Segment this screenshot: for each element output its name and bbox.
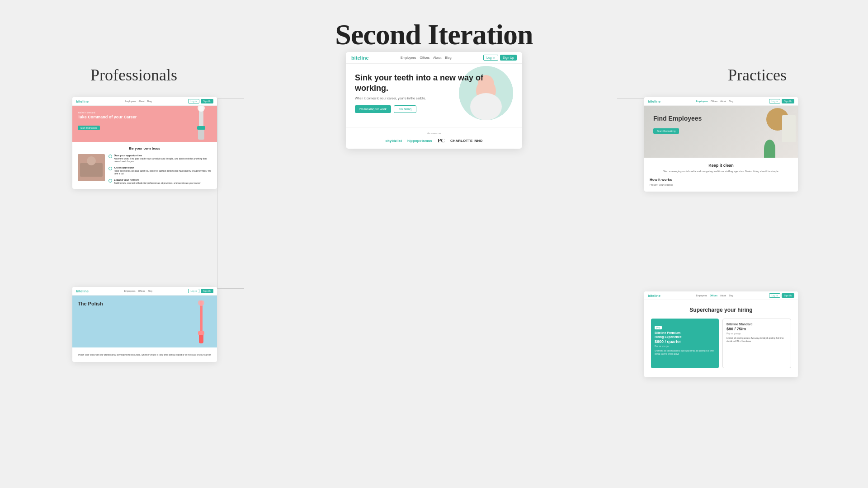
rt-nav-blog[interactable]: Blog [729,100,733,103]
left-top-logo: biteline [76,99,89,103]
center-logo: biteline [351,55,369,61]
pricing-plan1-features: Unlimited job posting access Two-way den… [655,349,715,356]
left-top-section-title: Be your own boss [78,146,212,150]
svg-rect-13 [198,331,204,335]
as-seen-section: As seen on citybizlist hippopotamus PC C… [346,127,522,149]
left-top-feature-list: Own your opportunities Know the work. Fi… [108,154,212,184]
right-how-title: How it works [650,178,793,182]
right-top-nav: biteline Employees Offices About Blog Lo… [644,97,798,106]
left-bottom-nav-links: Employees Offices Blog [124,290,152,292]
right-top-cta-button[interactable]: Start Recruiting [653,128,679,134]
right-bottom-nav: biteline Employees Offices About Blog Lo… [644,291,798,300]
logo-charlotte-inno: CHARLOTTE INNO [450,139,483,143]
plant-decor [764,140,775,158]
right-bottom-nav-links: Employees Offices About Blog [696,294,733,297]
practices-label: Practices [728,66,787,84]
feature-image-inner [78,154,105,181]
right-bottom-logo: biteline [648,294,660,298]
feature-text-2: Know your worth Price the money, get pai… [114,166,212,175]
rb-nav-offices[interactable]: Offices [710,294,717,297]
lt-login-button[interactable]: Log in [188,99,200,103]
pricing-plan1-price: $600 / quarter [655,339,715,344]
rb-nav-about[interactable]: About [720,294,726,297]
lt-nav-about[interactable]: About [139,100,145,103]
right-bottom-card: biteline Employees Offices About Blog Lo… [644,291,798,377]
svg-point-10 [87,156,96,165]
lb-nav-employees[interactable]: Employees [124,290,136,292]
looking-for-work-button[interactable]: I'm looking for work [355,105,391,113]
svg-point-14 [198,300,204,306]
left-top-cta-button[interactable]: Start finding jobs [78,126,100,130]
rt-signup-button[interactable]: Sign Up [782,99,794,103]
connector-bottom-left [217,288,244,289]
feature-item-3: Expand your network Build bonds, connect… [108,178,212,184]
right-bottom-heading: Supercharge your hiring [651,307,791,313]
lt-nav-employees[interactable]: Employees [125,100,136,103]
pricing-card-standard: Biteline Standard $80 / 75/m Pay as you … [722,319,791,368]
feature-item-1: Own your opportunities Know the work. Fi… [108,154,212,163]
rt-nav-about[interactable]: About [720,100,726,103]
svg-point-7 [198,106,205,112]
rb-nav-employees[interactable]: Employees [696,294,707,297]
lamp-decor [782,115,796,142]
center-nav-actions: Log in Sign Up [483,55,517,61]
feature-item-2: Know your worth Price the money, get pai… [108,166,212,175]
pricing-plan1-name: Biteline Premium [655,331,715,334]
left-bottom-nav: biteline Employees Offices Blog Log in S… [72,287,217,296]
hiring-button[interactable]: I'm hiring [394,105,416,113]
right-top-card: biteline Employees Offices About Blog Lo… [644,97,798,192]
right-top-hero-content: Find Employees Start Recruiting [653,115,702,134]
professionals-label: Professionals [90,66,177,84]
left-top-hero-image [181,106,217,142]
lb-nav-blog[interactable]: Blog [148,290,152,292]
rt-nav-employees[interactable]: Employees [696,100,708,103]
feature-text-1: Own your opportunities Know the work. Fi… [114,154,212,163]
center-nav: biteline Employees Offices About Blog Lo… [346,52,522,64]
rt-login-button[interactable]: Log in [769,99,781,103]
left-top-nav: biteline Employees About Blog Log in Sig… [72,97,217,106]
feature-icon-3 [108,179,112,183]
nav-link-blog[interactable]: Blog [445,56,452,59]
right-top-nav-links: Employees Offices About Blog [696,100,733,103]
left-top-nav-links: Employees About Blog [125,100,152,103]
left-bottom-hero: The Polish [72,296,217,347]
nav-link-employees[interactable]: Employees [401,56,416,59]
rt-nav-offices[interactable]: Offices [711,100,717,103]
center-hero-text: Sink your teeth into a new way of workin… [355,73,513,118]
right-how-it-works: How it works Present your practice [650,178,793,186]
feature-icon-1 [108,155,112,158]
nav-link-offices[interactable]: Offices [420,56,430,59]
left-top-features: Own your opportunities Know the work. Fi… [78,154,212,184]
lt-nav-blog[interactable]: Blog [147,100,152,103]
rb-login-button[interactable]: Log in [769,293,781,298]
rb-signup-button[interactable]: Sign Up [782,293,794,298]
left-top-content: Be your own boss Own your opportunities [72,142,217,189]
page-title: Second Iteration [0,0,868,52]
connector-v-right [644,99,644,293]
pricing-plan2-price: $80 / 75/m [726,327,787,331]
left-top-card: biteline Employees About Blog Log in Sig… [72,97,217,189]
right-top-logo: biteline [648,99,660,103]
left-bottom-logo: biteline [76,289,89,293]
center-signup-button[interactable]: Sign Up [500,55,517,61]
center-hero-heading: Sink your teeth into a new way of workin… [355,73,513,93]
center-login-button[interactable]: Log in [483,55,498,61]
lt-signup-button[interactable]: Sign Up [201,99,213,103]
lb-nav-offices[interactable]: Offices [138,290,145,292]
right-top-heading: Find Employees [653,115,702,122]
lb-login-button[interactable]: Log in [188,289,200,293]
pricing-plan2-features: Limited job posting access Two-way denta… [726,337,787,343]
rb-nav-blog[interactable]: Blog [729,294,733,297]
connector-top-right [617,99,644,99]
center-hero-section: Sink your teeth into a new way of workin… [346,64,522,127]
lb-signup-button[interactable]: Sign Up [201,289,213,293]
logo-hippopotamus: hippopotamus [407,139,432,143]
right-top-section-desc: Stop scavenging social media and navigat… [650,169,793,173]
logo-citybizlist: citybizlist [385,139,401,143]
center-nav-links: Employees Offices About Blog [401,56,452,59]
left-top-hero: You're in demand Take Command of your Ca… [72,106,217,142]
right-top-section-title: Keep it clean [650,163,793,168]
connector-bottom-right [617,293,644,293]
nav-link-about[interactable]: About [433,56,441,59]
pricing-badge: Pro [655,326,662,329]
